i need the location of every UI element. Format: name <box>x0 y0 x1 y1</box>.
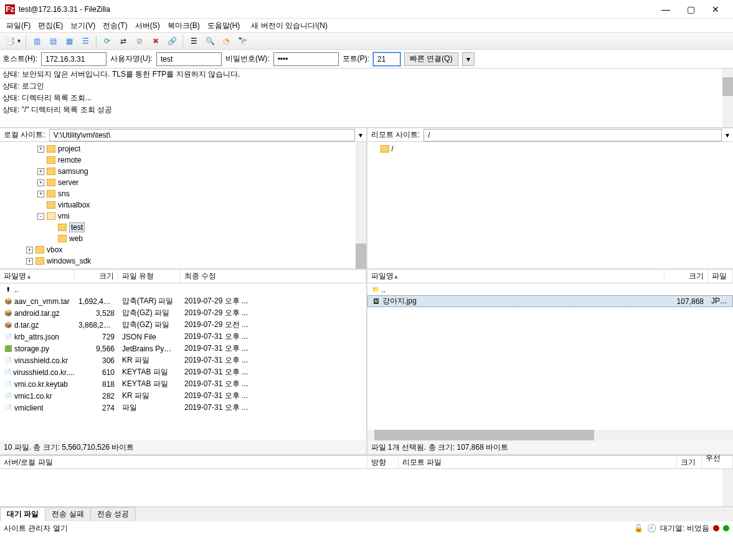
file-row[interactable]: ⬆.. <box>0 283 366 295</box>
remote-site-dropdown[interactable]: ▾ <box>722 131 733 140</box>
tree-node[interactable]: +project <box>4 143 366 154</box>
remote-tree[interactable]: / <box>367 142 734 268</box>
message-log[interactable]: 상태: 보안되지 않은 서버입니다. TLS를 통한 FTP를 지원하지 않습니… <box>0 69 733 128</box>
reconnect-icon[interactable]: 🔗 <box>164 34 179 49</box>
menu-update[interactable]: 새 버전이 있습니다!(N) <box>248 20 330 32</box>
file-row[interactable]: 📦android.tar.gz3,528압축(GZ) 파일2019-07-29 … <box>0 307 366 319</box>
col-type[interactable]: 파일 유형 <box>118 270 181 283</box>
search-icon[interactable]: 🔍 <box>202 34 217 49</box>
filter-icon[interactable]: ☰ <box>186 34 201 49</box>
col-prio[interactable]: 우선 ... <box>702 456 733 468</box>
expand-icon[interactable]: + <box>37 168 44 175</box>
file-row[interactable]: 📦aav_cn_vmm.tar1,692,458,...압축(TAR) 파일20… <box>0 295 366 307</box>
file-size: 9,566 <box>75 344 118 353</box>
local-tree[interactable]: +projectremote+samsung+server+snsvirtual… <box>0 142 366 268</box>
tab-ok[interactable]: 전송 성공 <box>90 507 136 521</box>
expand-icon[interactable]: - <box>37 213 44 220</box>
file-row[interactable]: 🖼강아지.jpg107,868JPG 파 <box>367 295 734 307</box>
col-server[interactable]: 서버/로컬 파일 <box>0 456 367 468</box>
queue-body[interactable] <box>0 469 733 506</box>
file-row[interactable]: 🟩storage.py9,566JetBrains PyCh...2019-07… <box>0 343 366 354</box>
toggle-local-tree-icon[interactable]: ▤ <box>45 34 60 49</box>
col-size[interactable]: 크기 <box>664 270 708 283</box>
menu-server[interactable]: 서버(S) <box>133 20 163 32</box>
tree-node[interactable]: +sns <box>4 188 366 199</box>
file-name: .. <box>14 285 19 294</box>
expand-icon[interactable]: + <box>37 191 44 197</box>
remote-column-headers[interactable]: 파일명 크기 파일 <box>367 270 734 283</box>
remote-file-list[interactable]: 📁..🖼강아지.jpg107,868JPG 파 <box>367 283 734 430</box>
toggle-queue-icon[interactable]: ☰ <box>78 34 93 49</box>
file-row[interactable]: 📁.. <box>367 283 734 295</box>
disconnect-icon[interactable]: ✖ <box>148 34 163 49</box>
toggle-log-icon[interactable]: ▥ <box>29 34 44 49</box>
tree-node[interactable]: test <box>4 222 366 233</box>
host-input[interactable] <box>41 52 106 66</box>
port-input[interactable] <box>373 52 400 66</box>
site-manager-dropdown[interactable]: ▼ <box>16 38 22 44</box>
menu-help[interactable]: 도움말(H) <box>205 20 243 32</box>
expand-icon[interactable]: + <box>26 247 33 254</box>
tree-node[interactable]: +samsung <box>4 166 366 177</box>
pass-input[interactable] <box>273 52 339 66</box>
expand-icon <box>49 224 55 231</box>
local-tree-scrollbar[interactable] <box>356 142 366 268</box>
col-type[interactable]: 파일 <box>708 270 733 283</box>
tree-node[interactable]: virtualbox <box>4 199 366 211</box>
tree-node[interactable]: remote <box>4 154 366 166</box>
file-row[interactable]: 📄virusshield.co.kr306KR 파일2019-07-31 오후 … <box>0 354 366 366</box>
local-file-list[interactable]: ⬆..📦aav_cn_vmm.tar1,692,458,...압축(TAR) 파… <box>0 283 366 440</box>
refresh-icon[interactable]: ⟳ <box>100 34 115 49</box>
col-name[interactable]: 파일명 <box>0 270 75 283</box>
file-type: KEYTAB 파일 <box>118 367 181 377</box>
tree-node[interactable]: +windows_sdk <box>4 255 366 267</box>
tab-fail[interactable]: 전송 실패 <box>45 507 90 521</box>
tree-node[interactable]: / <box>371 143 734 154</box>
remote-hscroll[interactable] <box>367 430 734 440</box>
expand-icon[interactable]: + <box>26 258 33 265</box>
col-dir[interactable]: 방향 <box>367 456 399 468</box>
file-row[interactable]: 📄vmiclient274파일2019-07-31 오후 ... <box>0 402 366 414</box>
tree-node[interactable]: -vmi <box>4 211 366 222</box>
toggle-remote-tree-icon[interactable]: ▦ <box>62 34 77 49</box>
local-site-input[interactable] <box>49 129 355 141</box>
close-button[interactable]: ✕ <box>703 0 728 19</box>
queue-scrollbar[interactable] <box>722 469 733 506</box>
file-row[interactable]: 📄krb_attrs.json729JSON File2019-07-31 오후… <box>0 331 366 343</box>
tree-node[interactable]: +server <box>4 177 366 188</box>
menu-edit[interactable]: 편집(E) <box>35 20 65 32</box>
tab-wait[interactable]: 대기 파일 <box>0 507 45 521</box>
menu-transfer[interactable]: 전송(T) <box>100 20 130 32</box>
quickconnect-button[interactable]: 빠른 연결(Q) <box>404 52 458 66</box>
file-row[interactable]: 📄vmi.co.kr.keytab818KEYTAB 파일2019-07-31 … <box>0 378 366 390</box>
log-scrollbar[interactable] <box>722 69 733 127</box>
maximize-button[interactable]: ▢ <box>678 0 703 19</box>
menu-bookmark[interactable]: 북마크(B) <box>165 20 202 32</box>
site-manager-icon[interactable]: 📑 <box>2 34 17 49</box>
minimize-button[interactable]: — <box>653 0 678 19</box>
local-column-headers[interactable]: 파일명 크기 파일 유형 최종 수정 <box>0 270 366 283</box>
menu-view[interactable]: 보기(V) <box>68 20 98 32</box>
cancel-icon[interactable]: ⊘ <box>132 34 147 49</box>
quickconnect-history-dropdown[interactable]: ▾ <box>462 52 475 66</box>
compare-icon[interactable]: ◔ <box>219 34 234 49</box>
user-input[interactable] <box>156 52 222 66</box>
find-icon[interactable]: 🔭 <box>235 34 250 49</box>
process-queue-icon[interactable]: ⇄ <box>116 34 131 49</box>
col-name[interactable]: 파일명 <box>367 270 665 283</box>
tree-node[interactable]: +vbox <box>4 244 366 255</box>
col-modified[interactable]: 최종 수정 <box>181 270 366 283</box>
file-row[interactable]: 📄virusshield.co.kr....610KEYTAB 파일2019-0… <box>0 366 366 378</box>
col-remote[interactable]: 리모트 파일 <box>399 456 677 468</box>
file-row[interactable]: 📦d.tar.gz3,868,235,...압축(GZ) 파일2019-07-2… <box>0 319 366 331</box>
col-size[interactable]: 크기 <box>677 456 702 468</box>
remote-site-input[interactable] <box>423 129 722 141</box>
file-row[interactable]: 📄vmic1.co.kr282KR 파일2019-07-31 오후 ... <box>0 390 366 402</box>
local-site-dropdown[interactable]: ▾ <box>355 131 366 140</box>
queue-headers[interactable]: 서버/로컬 파일 방향 리모트 파일 크기 우선 ... <box>0 455 733 469</box>
menu-file[interactable]: 파일(F) <box>4 20 33 32</box>
tree-node[interactable]: web <box>4 233 366 244</box>
expand-icon[interactable]: + <box>37 146 44 153</box>
expand-icon[interactable]: + <box>37 179 44 186</box>
col-size[interactable]: 크기 <box>75 270 118 283</box>
